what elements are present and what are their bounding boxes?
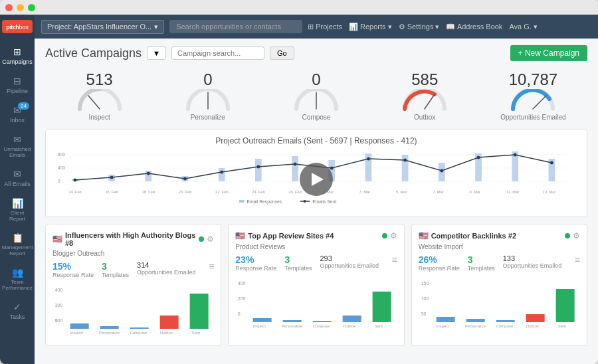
templates-stat: 3 Templates [468, 254, 495, 272]
card-menu-icon[interactable]: ≡ [391, 254, 397, 272]
stat-label: Outbox [414, 114, 435, 121]
sidebar-item-team[interactable]: 👥 TeamPerformance [0, 262, 35, 296]
sidebar-item-unmatched[interactable]: ✉ UnmatchedEmails [0, 129, 35, 163]
card-menu-icon[interactable]: ≡ [575, 254, 580, 272]
stat-gauge [293, 89, 340, 112]
logo-text: pitchbox [6, 24, 29, 31]
svg-text:Outbox: Outbox [160, 331, 173, 335]
reports-link[interactable]: 📊 Reports ▾ [349, 23, 392, 31]
content-area: Active Campaigns ▼ Go + New Campaign 513 [35, 39, 598, 364]
sidebar-item-label: ManagementReport [2, 244, 33, 256]
card-subtitle: Website Import [419, 243, 580, 250]
card-chart-3: 150 100 50 Inspect Personalize Compose O… [419, 277, 580, 330]
sidebar-item-campaigns[interactable]: ⊞ Campaigns [0, 41, 35, 70]
card-header: 🇺🇸 Competitor Backlinks #2 ⚙ [419, 231, 580, 240]
gear-icon[interactable]: ⚙ [390, 231, 397, 240]
page-header: Active Campaigns ▼ Go + New Campaign [35, 39, 598, 65]
svg-rect-62 [100, 326, 119, 329]
templates-label: Templates [284, 265, 312, 272]
sidebar-item-label: Campaigns [2, 58, 33, 65]
maximize-button[interactable] [28, 4, 35, 11]
sidebar-item-label: ClientReport [9, 210, 25, 222]
project-label: Project: AppStars Influencer O... [47, 23, 151, 31]
opportunities-label: Opportunities Emailed [320, 262, 379, 269]
svg-text:18. Feb: 18. Feb [142, 190, 155, 194]
svg-rect-76 [283, 320, 302, 322]
svg-rect-53 [239, 200, 245, 203]
card-stats: 26% Response Rate 3 Templates 133 Opport… [419, 254, 580, 272]
campaign-card-2: 🇺🇸 Top App Review Sites #4 ⚙ Product Rev… [228, 224, 404, 346]
opportunities-stat: 133 Opportunities Emailed [503, 254, 562, 272]
campaigns-icon: ⊞ [13, 46, 21, 57]
svg-text:26. Feb: 26. Feb [288, 190, 302, 194]
svg-text:400: 400 [58, 165, 65, 170]
stat-value: 0 [203, 70, 212, 89]
go-button[interactable]: Go [270, 46, 294, 60]
project-selector[interactable]: Project: AppStars Influencer O... ▾ [41, 20, 164, 34]
address-book-link[interactable]: 📖 Address Book [446, 23, 502, 31]
management-icon: 📋 [12, 232, 23, 243]
chart-wrapper: 800 400 0 [52, 148, 580, 210]
svg-rect-79 [373, 292, 391, 322]
sidebar-item-tasks[interactable]: ✓ Tasks [0, 296, 35, 325]
user-menu[interactable]: Ava G. ▾ [509, 23, 537, 31]
stat-gauge [185, 89, 231, 112]
svg-point-26 [110, 176, 114, 179]
svg-text:Personalize: Personalize [464, 324, 486, 328]
svg-text:3. Mar: 3. Mar [359, 190, 370, 194]
chart-title: Project Outreach Emails (Sent - 5697 | R… [52, 136, 580, 145]
all-emails-icon: ✉ [13, 169, 21, 179]
tasks-icon: ✓ [13, 302, 21, 312]
response-rate-value: 23% [235, 254, 276, 265]
templates-value: 3 [468, 254, 495, 265]
filter-button[interactable]: ▼ [147, 46, 166, 60]
search-input[interactable] [169, 20, 302, 33]
svg-point-30 [256, 165, 260, 169]
minimize-button[interactable] [17, 4, 24, 11]
campaign-search-input[interactable] [171, 46, 264, 60]
sidebar-item-label: TeamPerformance [2, 279, 33, 291]
flag-icon: 🇺🇸 [235, 231, 245, 240]
response-rate-label: Response Rate [235, 265, 276, 272]
response-rate-value: 26% [419, 254, 460, 265]
stat-gauge [510, 89, 556, 112]
opportunities-stat: 314 Opportunities Emailed [137, 261, 196, 278]
svg-point-56 [304, 200, 306, 203]
gear-icon[interactable]: ⚙ [573, 231, 580, 240]
status-dot [565, 233, 570, 238]
svg-point-27 [147, 172, 150, 175]
chart-section: Project Outreach Emails (Sent - 5697 | R… [45, 129, 587, 217]
sidebar-item-management[interactable]: 📋 ManagementReport [0, 227, 35, 262]
play-button[interactable] [300, 163, 333, 196]
svg-rect-91 [526, 314, 544, 322]
svg-rect-64 [160, 316, 179, 329]
templates-value: 3 [284, 254, 312, 265]
close-button[interactable] [5, 4, 13, 11]
stats-row: 513 Inspect 0 [35, 65, 598, 129]
svg-text:Sent: Sent [557, 324, 566, 328]
stat-label: Opportunities Emailed [500, 114, 565, 121]
svg-text:200: 200 [238, 296, 246, 301]
card-title: Top App Review Sites #4 [248, 232, 379, 240]
sidebar-item-client-report[interactable]: 📊 ClientReport [0, 193, 35, 227]
campaign-card-3: 🇺🇸 Competitor Backlinks #2 ⚙ Website Imp… [411, 224, 587, 346]
card-title: Influencers with High Authority Blogs #8 [65, 231, 196, 247]
svg-text:100: 100 [55, 318, 63, 323]
sidebar-item-all-emails[interactable]: ✉ All Emails [0, 163, 35, 193]
svg-rect-16 [255, 159, 262, 181]
svg-point-32 [330, 167, 334, 170]
gear-icon[interactable]: ⚙ [207, 234, 214, 244]
status-dot [382, 233, 387, 238]
new-campaign-button[interactable]: + New Campaign [510, 45, 587, 61]
stat-value: 513 [86, 70, 113, 89]
svg-rect-90 [496, 320, 514, 322]
sidebar-item-label: Tasks [9, 314, 25, 320]
settings-link[interactable]: ⚙ Settings ▾ [399, 23, 440, 31]
sidebar-item-pipeline[interactable]: ⊟ Pipeline [0, 70, 35, 100]
projects-link[interactable]: ⊞ Projects [308, 23, 342, 31]
sidebar-item-inbox[interactable]: ✉ Inbox 24 [0, 100, 35, 129]
card-menu-icon[interactable]: ≡ [209, 261, 214, 278]
templates-label: Templates [468, 265, 495, 272]
response-rate-value: 15% [52, 261, 94, 272]
svg-point-25 [73, 179, 76, 182]
